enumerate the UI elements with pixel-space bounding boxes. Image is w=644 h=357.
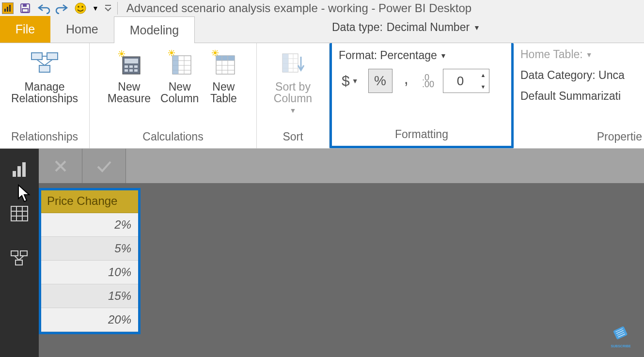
svg-line-48: [173, 50, 174, 51]
manage-relationships-button[interactable]: Manage Relationships: [7, 46, 82, 104]
currency-caret-icon: ▼: [352, 77, 359, 85]
ribbon: Manage Relationships Relationships New M…: [0, 43, 644, 149]
svg-point-8: [81, 6, 83, 8]
svg-line-30: [123, 55, 124, 56]
manage-relationships-icon: [30, 48, 60, 78]
sort-by-column-label: Sort by Column: [274, 81, 312, 104]
redo-icon[interactable]: [55, 1, 69, 15]
svg-line-64: [217, 50, 218, 51]
model-view-button[interactable]: [9, 248, 30, 269]
group-sort-label: Sort: [257, 127, 329, 148]
svg-line-46: [173, 54, 174, 55]
group-relationships-label: Relationships: [0, 127, 89, 148]
datatype-caret-icon[interactable]: ▼: [473, 24, 480, 31]
table-row[interactable]: 5%: [41, 237, 138, 261]
formula-commit-button[interactable]: [82, 149, 126, 183]
svg-rect-23: [134, 69, 138, 72]
svg-point-6: [75, 3, 86, 14]
view-switcher: [0, 149, 39, 357]
svg-rect-5: [22, 9, 28, 12]
formula-input[interactable]: [126, 149, 644, 183]
format-caret-icon[interactable]: ▼: [440, 52, 447, 60]
svg-line-29: [119, 51, 120, 52]
svg-rect-39: [173, 56, 178, 74]
new-measure-icon: [114, 48, 144, 78]
title-bar: ▼ Advanced scenario analysis example - w…: [0, 0, 644, 16]
report-view-button[interactable]: [9, 158, 30, 180]
svg-rect-22: [129, 69, 133, 72]
table-header[interactable]: Price Change: [41, 190, 138, 213]
table-row[interactable]: 15%: [41, 284, 138, 308]
subscribe-badge[interactable]: SUBSCRIBE: [606, 324, 635, 348]
formula-cancel-button[interactable]: [39, 149, 82, 183]
svg-rect-0: [4, 9, 6, 12]
svg-rect-4: [23, 4, 27, 7]
subscribe-label: SUBSCRIBE: [611, 344, 631, 348]
svg-rect-76: [22, 162, 26, 177]
data-view-button[interactable]: [9, 203, 30, 224]
data-category-label[interactable]: Data Category: Unca: [520, 69, 625, 82]
tab-home[interactable]: Home: [50, 16, 114, 43]
svg-line-14: [37, 60, 45, 65]
table-row[interactable]: 10%: [41, 261, 138, 284]
sort-by-column-button[interactable]: Sort by Column ▼: [270, 46, 316, 114]
svg-rect-83: [20, 251, 27, 256]
ribbon-tabs: File Home Modeling: [0, 16, 644, 43]
window-title: Advanced scenario analysis example - wor…: [126, 1, 471, 15]
qat-dropdown-caret-icon[interactable]: ▼: [92, 4, 99, 12]
new-column-label: New Column: [160, 81, 199, 104]
svg-rect-74: [13, 171, 16, 177]
sort-dropdown-caret-icon: ▼: [290, 107, 297, 114]
svg-rect-84: [16, 260, 22, 265]
spin-up-icon[interactable]: ▲: [477, 69, 489, 81]
svg-rect-1: [7, 7, 8, 12]
thousand-separator-button[interactable]: ,: [399, 69, 413, 88]
home-table-label: Home Table:: [520, 48, 583, 61]
group-calculations-label: Calculations: [90, 127, 256, 148]
new-column-button[interactable]: New Column: [157, 46, 203, 104]
table-row[interactable]: 20%: [41, 308, 138, 332]
format-value[interactable]: Percentage: [380, 49, 437, 62]
decimal-places-spinner[interactable]: ▲ ▼: [443, 69, 489, 93]
tab-file-label: File: [16, 22, 35, 36]
currency-symbol: $: [342, 73, 350, 89]
new-table-button[interactable]: New Table: [204, 46, 242, 104]
datatype-label: Data type:: [332, 21, 383, 34]
svg-rect-75: [17, 166, 21, 177]
qat-customize-icon[interactable]: [104, 1, 112, 15]
table-row[interactable]: 2%: [41, 213, 138, 237]
svg-rect-21: [125, 69, 128, 72]
undo-icon[interactable]: [37, 1, 50, 15]
svg-rect-77: [11, 206, 28, 221]
currency-format-button[interactable]: $ ▼: [339, 73, 361, 89]
group-sort: Sort by Column ▼ Sort: [257, 43, 330, 148]
decimal-places-input[interactable]: [443, 74, 477, 89]
default-summarization-label[interactable]: Default Summarizati: [520, 90, 621, 103]
percent-symbol: %: [374, 73, 386, 89]
app-icon: [2, 2, 14, 14]
svg-rect-18: [125, 65, 128, 68]
new-measure-button[interactable]: New Measure: [104, 46, 155, 104]
datatype-value[interactable]: Decimal Number: [387, 21, 470, 34]
tab-modeling[interactable]: Modeling: [114, 16, 195, 43]
svg-point-56: [214, 51, 217, 54]
format-label: Format:: [339, 49, 377, 62]
separator: [117, 2, 118, 15]
tab-home-label: Home: [66, 22, 98, 36]
svg-rect-71: [283, 54, 288, 72]
home-table-caret-icon[interactable]: ▼: [586, 51, 593, 59]
tab-file[interactable]: File: [0, 16, 50, 43]
save-icon[interactable]: [18, 1, 32, 15]
svg-rect-82: [11, 251, 18, 256]
group-properties-label: Propertie: [514, 127, 644, 148]
smiley-icon[interactable]: [74, 1, 87, 15]
group-formatting: Data type: Decimal Number ▼ Format: Perc…: [330, 43, 514, 148]
svg-line-31: [119, 55, 120, 56]
group-relationships: Manage Relationships Relationships: [0, 43, 90, 148]
group-formatting-label: Formatting: [332, 125, 511, 146]
spin-down-icon[interactable]: ▼: [477, 81, 489, 93]
formula-bar-area: [0, 149, 644, 183]
svg-line-15: [45, 60, 52, 65]
decimal-places-icon: .0 .00: [420, 74, 436, 88]
percent-format-button[interactable]: %: [368, 69, 393, 93]
